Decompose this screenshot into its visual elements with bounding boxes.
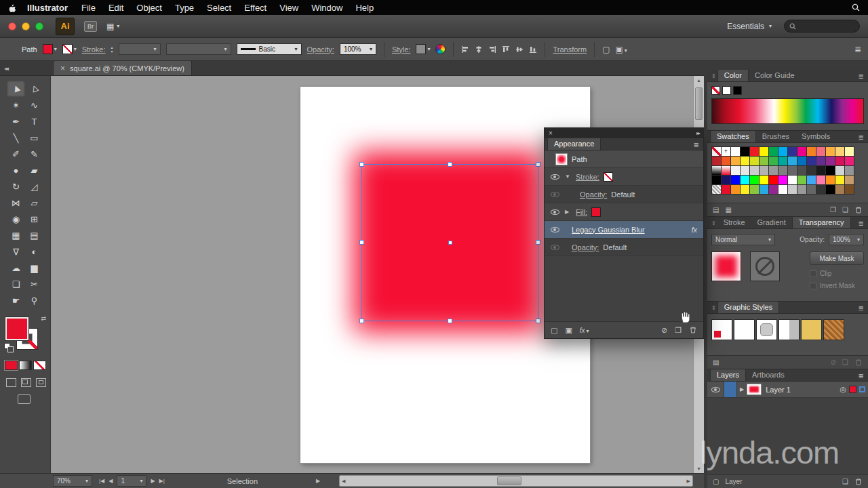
style-libraries-icon[interactable]: ▤ [713,359,719,366]
graphic-style-texture[interactable] [823,319,844,340]
delete-graphic-style-icon[interactable] [854,359,863,367]
zoom-dropdown[interactable]: 70% ▾ [53,475,92,487]
apple-menu-icon[interactable] [8,3,16,12]
swatch[interactable] [750,147,759,156]
align-right-icon[interactable] [488,45,496,54]
swatch[interactable] [731,185,740,194]
artboard-tool[interactable]: ❏ [7,276,25,292]
blend-tool[interactable]: ◐ [25,243,43,260]
rectangle-tool[interactable]: ▭ [25,129,43,146]
swatch[interactable] [835,147,844,156]
direct-selection-tool[interactable]: ▷ [25,81,43,97]
first-artboard-icon[interactable]: |◀ [99,478,104,484]
spotlight-icon[interactable] [852,3,860,12]
tab-gradient[interactable]: Gradient [751,217,792,228]
swatch[interactable] [816,185,825,194]
layer-disclosure-triangle[interactable]: ▶ [740,386,744,392]
swatch[interactable] [769,147,778,156]
new-layer-icon[interactable]: ❏ [842,478,848,485]
layer-visibility-toggle[interactable] [707,382,724,397]
tab-swatches[interactable]: Swatches [710,131,756,142]
opacity-dropdown[interactable]: 100% ▾ [340,43,376,55]
swatch[interactable] [816,176,825,184]
swatch[interactable] [741,166,749,175]
graphic-style-blank[interactable] [734,319,755,340]
swatch[interactable] [778,157,787,165]
align-top-icon[interactable] [502,45,510,54]
graphic-style-rounded-rect[interactable] [756,319,777,340]
pen-tool[interactable]: ✒ [7,113,25,129]
minimize-window-button[interactable] [22,22,30,30]
swatch[interactable] [826,157,835,165]
swatch[interactable] [788,157,797,165]
color-mode-button[interactable] [5,361,18,370]
magic-wand-tool[interactable]: ✶ [7,97,25,113]
panel-menu-icon[interactable]: ≣ [694,141,699,148]
slice-tool[interactable]: ✂ [25,276,43,292]
show-swatch-kinds-icon[interactable]: ▦ [725,206,731,214]
stroke-width-dropdown[interactable]: ▾ [119,43,161,55]
close-panel-icon[interactable]: × [549,129,553,137]
swatch[interactable] [797,147,806,156]
fill-visibility-toggle[interactable] [549,209,561,215]
swatch[interactable] [741,157,749,165]
menu-object[interactable]: Object [136,3,162,13]
selection-handle[interactable] [448,162,452,167]
color-spectrum-ramp[interactable] [711,98,864,124]
fill-disclosure-triangle[interactable]: ▶ [565,209,572,215]
swatch[interactable] [731,157,740,165]
delete-swatch-icon[interactable] [854,206,863,214]
align-left-icon[interactable] [461,45,469,54]
pencil-tool[interactable]: ✎ [25,146,43,162]
swatch[interactable] [750,176,759,184]
swatch[interactable] [778,166,787,175]
swatch[interactable] [826,185,835,194]
eraser-tool[interactable]: ▰ [25,162,43,178]
swatch[interactable] [750,166,759,175]
stroke-panel-link[interactable]: Stroke: [82,45,106,54]
artboard-number-dropdown[interactable]: 1 ▾ [117,475,146,487]
menu-type[interactable]: Type [175,3,194,13]
variable-width-profile-dropdown[interactable]: ▾ [166,43,231,55]
swatch[interactable] [760,185,768,194]
swatch[interactable] [731,166,740,175]
selection-handle[interactable] [536,162,540,167]
panel-menu-icon[interactable]: ≣ [859,73,864,80]
tab-artboards[interactable]: Artboards [746,369,791,381]
swatch[interactable] [788,185,797,194]
black-swatch[interactable] [733,86,742,95]
swatch[interactable] [807,176,816,184]
swatch[interactable] [731,147,740,156]
swatch[interactable] [722,157,730,165]
horizontal-scrollbar[interactable]: ◀ ▶ [339,475,693,487]
swatch[interactable] [722,176,730,184]
last-artboard-icon[interactable]: ▶| [159,478,165,484]
swatch[interactable] [760,176,768,184]
object-thumbnail[interactable] [711,251,741,281]
panel-menu-icon[interactable]: ≣ [859,220,864,227]
fill-red-swatch[interactable] [591,207,601,217]
swatch[interactable] [835,185,844,194]
swatch[interactable] [731,176,740,184]
panel-collapse-icon[interactable]: ⇕ [711,305,716,311]
menu-help[interactable]: Help [355,3,374,13]
stroke-disclosure-triangle[interactable]: ▼ [565,174,572,180]
swatch[interactable] [826,147,835,156]
tab-transparency[interactable]: Transparency [792,217,851,228]
transparency-opacity-dropdown[interactable]: 100% ▾ [829,234,864,245]
tab-brushes[interactable]: Brushes [756,131,795,142]
document-tab[interactable]: × square.ai @ 70% (CMYK/Preview) [53,60,192,75]
swatch[interactable] [750,157,759,165]
layer-row[interactable]: ▶ Layer 1 ◎ [707,382,868,398]
scroll-up-icon[interactable]: ▲ [696,78,701,83]
hand-tool[interactable]: ☛ [7,292,25,308]
column-graph-tool[interactable]: ▆ [25,260,43,276]
opacity-link[interactable]: Opacity: [572,243,599,251]
horizontal-scroll-thumb[interactable] [497,476,521,485]
menu-edit[interactable]: Edit [108,3,123,13]
brush-definition-dropdown[interactable]: Basic ▾ [237,43,302,55]
lasso-tool[interactable]: ∿ [25,97,43,113]
opacity-visibility-toggle[interactable] [549,192,561,197]
effect-visibility-toggle[interactable] [549,227,561,232]
panel-menu-icon[interactable]: ≣ [859,134,864,141]
